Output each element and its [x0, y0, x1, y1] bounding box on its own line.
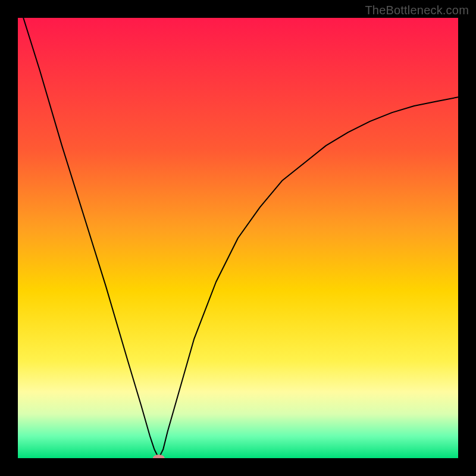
chart-frame: TheBottleneck.com	[0, 0, 476, 476]
watermark-text: TheBottleneck.com	[365, 4, 469, 17]
plot-area	[18, 18, 458, 458]
chart-svg	[18, 18, 458, 458]
